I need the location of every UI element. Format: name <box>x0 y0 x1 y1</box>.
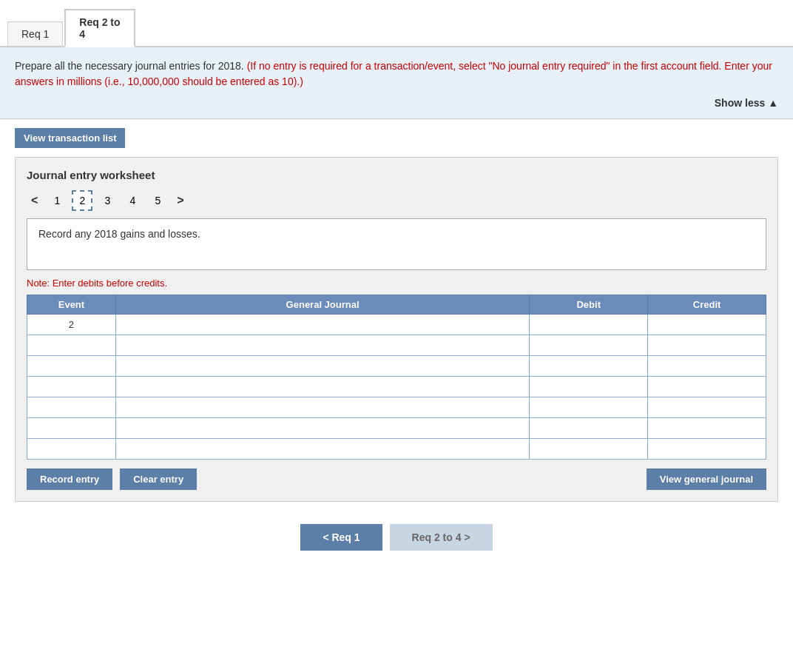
debit-cell-1[interactable] <box>530 315 648 335</box>
col-event: Event <box>27 295 116 315</box>
journal-table: Event General Journal Debit Credit 2 <box>27 295 766 460</box>
event-cell-7 <box>27 439 116 460</box>
journal-input-2[interactable] <box>121 340 524 351</box>
nav-entry-1[interactable]: 1 <box>47 190 67 211</box>
view-general-journal-button[interactable]: View general journal <box>647 468 766 490</box>
tabs-container: Req 1 Req 2 to4 <box>0 0 793 47</box>
credit-cell-4[interactable] <box>648 377 766 397</box>
journal-cell-1[interactable] <box>115 315 529 335</box>
debit-cell-5[interactable] <box>530 397 648 418</box>
view-transaction-button[interactable]: View transaction list <box>15 128 125 148</box>
debit-input-2[interactable] <box>534 340 643 351</box>
debit-input-7[interactable] <box>534 443 643 454</box>
nav-entry-5[interactable]: 5 <box>147 190 168 211</box>
tab-req1[interactable]: Req 1 <box>7 21 63 46</box>
tab-req2to4[interactable]: Req 2 to4 <box>64 9 135 47</box>
clear-entry-button[interactable]: Clear entry <box>120 468 197 490</box>
event-cell-3 <box>27 356 116 377</box>
table-row <box>27 356 766 377</box>
bottom-nav: < Req 1 Req 2 to 4 > <box>0 524 793 551</box>
debit-input-1[interactable] <box>534 319 643 330</box>
debit-input-6[interactable] <box>534 423 643 434</box>
nav-entry-4[interactable]: 4 <box>122 190 143 211</box>
journal-input-4[interactable] <box>121 381 524 392</box>
table-row: 2 <box>27 315 766 335</box>
nav-entry-3[interactable]: 3 <box>97 190 118 211</box>
journal-input-5[interactable] <box>121 402 524 413</box>
credit-cell-5[interactable] <box>648 397 766 418</box>
nav-prev-arrow[interactable]: < <box>27 192 42 209</box>
journal-cell-5[interactable] <box>115 397 529 418</box>
debit-input-5[interactable] <box>534 402 643 413</box>
credit-input-4[interactable] <box>652 381 761 392</box>
table-row <box>27 418 766 439</box>
debit-input-4[interactable] <box>534 381 643 392</box>
credit-cell-6[interactable] <box>648 418 766 439</box>
debit-input-3[interactable] <box>534 360 643 372</box>
journal-input-7[interactable] <box>121 443 524 454</box>
nav-next-arrow[interactable]: > <box>172 192 188 209</box>
journal-cell-4[interactable] <box>115 377 529 397</box>
credit-cell-2[interactable] <box>648 335 766 356</box>
credit-input-7[interactable] <box>652 443 761 454</box>
debit-cell-3[interactable] <box>530 356 648 377</box>
credit-input-1[interactable] <box>652 319 761 330</box>
credit-input-2[interactable] <box>652 340 761 351</box>
instructions-area: Prepare all the necessary journal entrie… <box>0 47 793 119</box>
journal-cell-3[interactable] <box>115 356 529 377</box>
journal-input-3[interactable] <box>121 360 524 372</box>
event-cell-1: 2 <box>27 315 116 335</box>
journal-cell-7[interactable] <box>115 439 529 460</box>
col-debit: Debit <box>530 295 648 315</box>
show-less-link[interactable]: Show less <box>715 97 778 109</box>
action-buttons: Record entry Clear entry View general jo… <box>27 468 766 490</box>
credit-cell-3[interactable] <box>648 356 766 377</box>
table-row <box>27 335 766 356</box>
table-row <box>27 439 766 460</box>
credit-input-6[interactable] <box>652 423 761 434</box>
entry-nav: < 1 2 3 4 5 > <box>27 190 766 211</box>
table-row <box>27 377 766 397</box>
credit-cell-7[interactable] <box>648 439 766 460</box>
prev-nav-button[interactable]: < Req 1 <box>300 524 382 551</box>
debit-cell-7[interactable] <box>530 439 648 460</box>
debit-cell-6[interactable] <box>530 418 648 439</box>
journal-cell-6[interactable] <box>115 418 529 439</box>
debit-cell-2[interactable] <box>530 335 648 356</box>
entry-description: Record any 2018 gains and losses. <box>27 218 766 270</box>
event-cell-6 <box>27 418 116 439</box>
show-less-container: Show less <box>15 95 778 111</box>
journal-input-1[interactable] <box>121 319 524 330</box>
entry-note: Note: Enter debits before credits. <box>27 278 766 289</box>
credit-cell-1[interactable] <box>648 315 766 335</box>
worksheet-title: Journal entry worksheet <box>27 169 766 181</box>
journal-cell-2[interactable] <box>115 335 529 356</box>
nav-entry-2[interactable]: 2 <box>72 190 92 211</box>
col-general-journal: General Journal <box>115 295 529 315</box>
instructions-text1: Prepare all the necessary journal entrie… <box>15 60 244 72</box>
credit-input-5[interactable] <box>652 402 761 413</box>
table-row <box>27 397 766 418</box>
next-nav-button: Req 2 to 4 > <box>390 524 493 551</box>
col-credit: Credit <box>648 295 766 315</box>
credit-input-3[interactable] <box>652 360 761 372</box>
event-cell-5 <box>27 397 116 418</box>
event-cell-4 <box>27 377 116 397</box>
debit-cell-4[interactable] <box>530 377 648 397</box>
journal-input-6[interactable] <box>121 423 524 434</box>
event-cell-2 <box>27 335 116 356</box>
record-entry-button[interactable]: Record entry <box>27 468 112 490</box>
worksheet-container: Journal entry worksheet < 1 2 3 4 5 > Re… <box>15 157 778 502</box>
